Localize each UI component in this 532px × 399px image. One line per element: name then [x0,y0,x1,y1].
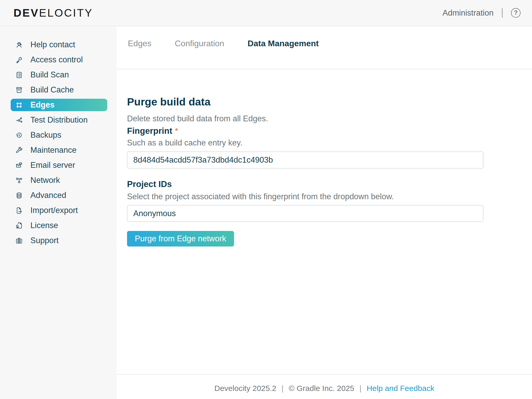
sidebar-item-edges[interactable]: Edges [11,99,107,111]
required-marker: * [175,127,178,136]
app-header: DEVELOCITY Administration ? [0,0,532,26]
footer-copyright: © Gradle Inc. 2025 [289,384,354,393]
sidebar-item-label: Build Scan [30,70,69,79]
sidebar-item-build-cache[interactable]: Build Cache [0,82,117,97]
footer-separator: | [282,384,284,393]
edges-tabbar: Edges Configuration Data Management [117,27,532,69]
header-divider [502,8,503,18]
sidebar-item-label: Edges [30,100,55,110]
tab-data-management[interactable]: Data Management [248,39,319,48]
sidebar-item-label: Advanced [30,191,66,200]
section-description: Delete stored build data from all Edges. [127,112,268,125]
build-scan-list-icon [15,71,23,79]
history-clock-icon [15,131,23,139]
sidebar-item-backups[interactable]: Backups [0,128,117,143]
develocity-logo[interactable]: DEVELOCITY [14,0,93,26]
project-ids-dropdown[interactable] [127,205,483,222]
sidebar-item-label: Test Distribution [30,115,88,125]
page-title: Purge build data [127,94,210,110]
sidebar-item-label: Build Cache [30,85,74,95]
tab-edges[interactable]: Edges [128,39,151,48]
email-server-icon [15,161,23,169]
sidebar-item-label: Access control [30,55,83,64]
fingerprint-label: Fingerprint* [127,126,178,136]
project-ids-hint: Select the project associated with this … [127,192,394,201]
sidebar-item-test-distribution[interactable]: Test Distribution [0,112,117,128]
sidebar-item-build-scan[interactable]: Build Scan [0,67,117,82]
page-footer: Develocity 2025.2 | © Gradle Inc. 2025 |… [117,374,532,393]
sidebar-item-email-server[interactable]: Email server [0,158,117,173]
sidebar-item-network[interactable]: Network [0,173,117,188]
support-kit-icon [15,237,23,245]
administration-link[interactable]: Administration [443,8,494,18]
sidebar-item-support[interactable]: Support [0,233,117,248]
wrench-icon [15,146,23,154]
test-distribution-icon [15,116,23,124]
sidebar-item-advanced[interactable]: Advanced [0,188,117,203]
sidebar-item-label: Backups [30,130,61,140]
sidebar-item-label: License [30,221,58,230]
footer-separator: | [360,384,362,393]
sidebar-item-access-control[interactable]: Access control [0,52,117,67]
archive-box-icon [15,86,23,94]
headset-icon [15,41,23,49]
license-badge-icon [15,222,23,230]
sidebar-item-label: Import/export [30,206,78,215]
sidebar-item-label: Email server [30,161,75,170]
sidebar-item-help-contact[interactable]: Help contact [0,37,117,52]
admin-sidebar: Help contact Access control Build Scan B… [0,27,117,399]
fingerprint-input[interactable] [127,151,483,169]
logo-light-text: ELOCITY [39,7,93,19]
sidebar-item-label: Help contact [30,40,75,49]
sidebar-item-import-export[interactable]: Import/export [0,203,117,218]
fingerprint-hint: Such as a build cache entry key. [127,138,242,148]
fingerprint-label-text: Fingerprint [127,126,172,136]
footer-version: Develocity 2025.2 [214,384,276,393]
header-right-group: Administration ? [443,0,521,26]
edges-selection-icon [15,101,23,109]
sidebar-item-label: Maintenance [30,145,77,155]
logo-bold-text: DEV [14,7,39,19]
purge-from-edge-network-button[interactable]: Purge from Edge network [127,231,234,247]
sidebar-item-maintenance[interactable]: Maintenance [0,143,117,158]
help-and-feedback-link[interactable]: Help and Feedback [367,384,434,393]
network-nodes-icon [15,176,23,184]
sidebar-item-label: Support [30,236,59,245]
sidebar-item-license[interactable]: License [0,218,117,233]
tab-configuration[interactable]: Configuration [175,39,224,48]
question-circle-icon[interactable]: ? [511,8,521,18]
sidebar-item-label: Network [30,176,60,185]
project-ids-label: Project IDs [127,179,172,189]
key-icon [15,56,23,64]
database-icon [15,191,23,200]
import-export-icon [15,207,23,215]
main-content: Edges Configuration Data Management Purg… [117,27,532,399]
